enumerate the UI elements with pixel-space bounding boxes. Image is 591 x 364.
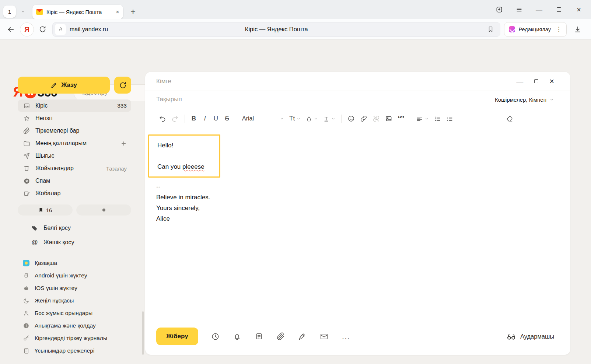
at-sign-icon: @ [31,239,38,246]
chevron-down-icon [549,97,554,102]
font-family-select[interactable]: Arial [239,113,287,125]
recommendation-rules-link[interactable]: Ұсынымдар ережелері [18,344,131,357]
body-line-greeting: Hello! [157,140,219,151]
align-button[interactable] [413,113,431,125]
quote-button[interactable]: “” [395,113,406,125]
more-options-icon[interactable]: ⋮ [554,25,563,33]
reminder-bell-icon[interactable] [233,332,242,341]
compose-button[interactable]: Жазу [18,77,110,94]
schedule-send-icon[interactable] [211,332,220,341]
downloads-panel-icon[interactable] [489,0,509,19]
message-body-editor[interactable]: Hello! Can you pleeese -- Believe in mir… [145,129,570,224]
address-bar[interactable]: mail.yandex.ru Кіріс — Яндекс Пошта [52,22,500,37]
yandex-logo-button[interactable]: Я [20,22,34,36]
emoji-button[interactable] [345,113,357,125]
vacancies-link[interactable]: Бос жұмыс орындары [18,307,131,319]
url-text: mail.yandex.ru [70,26,108,33]
translator-button[interactable]: Аудармашы [506,332,554,342]
browser-tab[interactable]: Кіріс — Яндекс Пошта × [32,5,123,19]
remove-link-button[interactable] [370,113,382,125]
chevron-down-icon [331,117,335,121]
insert-link-button[interactable] [357,113,370,125]
add-label-item[interactable]: Белгі қосу [18,221,131,235]
compose-expand-icon[interactable] [534,79,538,83]
back-button[interactable] [5,24,16,35]
compose-close-icon[interactable]: × [549,77,554,85]
window-close-icon[interactable]: × [569,0,589,19]
folder-icon [23,140,30,147]
add-folder-icon[interactable] [120,140,127,147]
downloads-button[interactable] [570,22,586,37]
clear-trash-link[interactable]: Тазалау [106,165,127,172]
send-button[interactable]: Жіберу [156,328,198,345]
underline-button[interactable]: U [210,113,221,125]
chevron-down-icon [297,117,301,121]
tab-group-chevron-button[interactable] [17,6,29,18]
sidebar-item-sent[interactable]: Шығыс [18,150,131,162]
signature-pen-icon[interactable] [298,332,307,341]
text-color-icon [323,116,329,122]
envelope-icon[interactable] [320,332,329,341]
tab-group-button[interactable]: 1 [3,6,16,18]
login-journal-link[interactable]: Кіргендерді тіркеу журналы [18,332,131,344]
clear-formatting-button[interactable] [503,113,516,125]
numbered-list-button[interactable] [444,113,456,125]
misspelled-word: pleeese [182,163,204,170]
drafts-icon [23,190,30,197]
browser-tab-strip: 1 Кіріс — Яндекс Пошта × + — × [0,0,591,19]
ios-download-link[interactable]: IOS үшін жүктеу [18,282,131,294]
highlight-color-button[interactable] [303,113,321,125]
strikethrough-button[interactable]: S [221,113,232,125]
sidebar-item-drafts[interactable]: Жобалар [18,187,131,200]
window-minimize-icon[interactable]: — [529,0,549,19]
tags-filter-pill[interactable]: 16 [18,204,73,216]
compose-footer: Жіберу … Аудармашы [156,328,554,345]
window-maximize-icon[interactable] [549,0,569,19]
star-icon [23,115,30,122]
new-tab-button[interactable]: + [127,6,139,18]
reload-button[interactable] [37,24,48,35]
text-color-button[interactable] [321,113,338,125]
insert-image-button[interactable] [382,113,395,125]
redo-button[interactable] [169,113,181,125]
chevron-down-icon [280,116,284,121]
refresh-mail-button[interactable] [114,77,131,94]
ssl-lock-icon[interactable] [55,24,66,35]
document-icon [23,347,29,354]
template-icon[interactable] [255,332,263,341]
language-link[interactable]: Қазақша [18,257,131,269]
cc-from-toggle[interactable]: Көшірмелер, Кімнен [495,97,554,103]
add-mailbox-item[interactable]: @ Жәшік қосу [18,235,131,249]
subject-input[interactable] [156,96,495,103]
browser-menu-icon[interactable] [509,0,529,19]
dot-filter-pill[interactable] [76,204,131,216]
inbox-count: 333 [117,102,127,109]
sidebar-item-trash[interactable]: Жойылғандар Тазалау [18,162,131,175]
sidebar-item-my-folders[interactable]: Менің қалталарым [18,137,131,150]
attach-file-icon[interactable] [276,332,285,341]
tab-close-icon[interactable]: × [116,9,119,15]
editor-button[interactable]: Редакциялау ⋮ [504,22,567,37]
highlighted-text-region: Hello! Can you pleeese [148,134,220,178]
bookmark-icon[interactable] [487,26,494,33]
undo-button[interactable] [156,113,169,125]
sidebar-item-inbox[interactable]: Кіріс 333 [18,99,131,112]
bold-button[interactable]: B [188,113,199,125]
bullet-list-button[interactable] [431,113,444,125]
help-support-link[interactable]: Анықтама және қолдау [18,319,131,332]
light-version-link[interactable]: Жеңіл нұсқасы [18,294,131,307]
sidebar-item-spam[interactable]: Спам [18,175,131,187]
apple-icon [23,285,29,291]
yandex-mail-favicon-icon [36,9,43,15]
to-input[interactable] [156,78,516,85]
kazakh-flag-icon [23,260,29,266]
italic-button[interactable]: I [199,113,210,125]
font-size-select[interactable]: Tt [287,113,303,125]
sidebar-item-with-attachments[interactable]: Тіркемелері бар [18,125,131,137]
sidebar-scrollbar[interactable] [142,311,144,355]
sidebar-item-primary[interactable]: Негізгі [18,112,131,125]
chevron-down-icon [314,117,318,121]
yandex-logo-letter: Я [24,25,29,34]
compose-minimize-icon[interactable]: — [516,78,523,85]
android-download-link[interactable]: Android үшін жүктеу [18,269,131,282]
